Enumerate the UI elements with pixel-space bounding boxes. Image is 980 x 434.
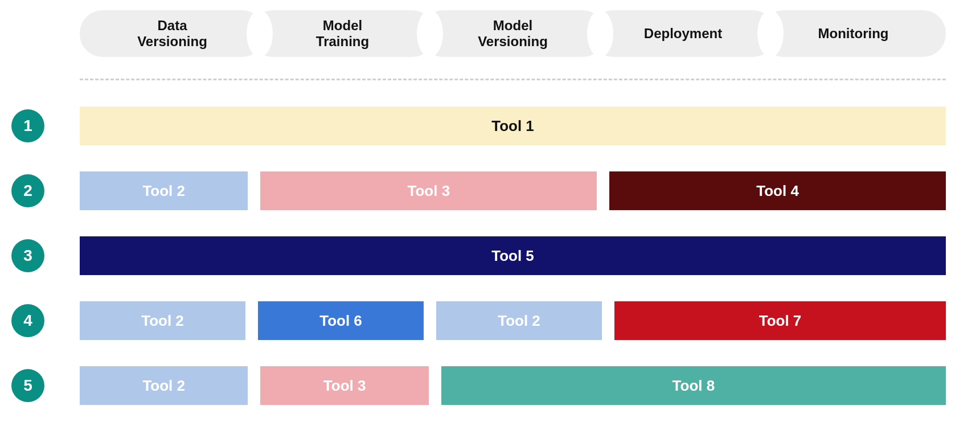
tool-row-2: 2 Tool 2 Tool 3 Tool 4 [11, 171, 946, 210]
stage-label: DataVersioning [120, 18, 224, 49]
stage-label: ModelVersioning [461, 18, 565, 49]
row-badge: 2 [11, 174, 44, 207]
cell-tool2: Tool 2 [436, 301, 602, 340]
stage-label: Monitoring [801, 26, 906, 42]
cell-tool2: Tool 2 [80, 171, 248, 210]
stage-model-training: ModelTraining [250, 10, 435, 57]
row-cells: Tool 5 [80, 236, 946, 275]
cell-tool3: Tool 3 [260, 171, 597, 210]
tool-row-4: 4 Tool 2 Tool 6 Tool 2 Tool 7 [11, 301, 946, 340]
cell-tool7: Tool 7 [614, 301, 946, 340]
stage-monitoring: Monitoring [761, 10, 946, 57]
stage-label: Deployment [627, 26, 739, 42]
row-badge: 3 [11, 239, 44, 272]
tool-row-1: 1 Tool 1 [11, 107, 946, 145]
cell-tool5: Tool 5 [80, 236, 946, 275]
divider-line [80, 79, 946, 80]
cell-tool1: Tool 1 [80, 107, 946, 145]
row-cells: Tool 2 Tool 6 Tool 2 Tool 7 [80, 301, 946, 340]
diagram-root: DataVersioning ModelTraining ModelVersio… [0, 0, 980, 434]
stage-deployment: Deployment [591, 10, 776, 57]
stage-model-versioning: ModelVersioning [420, 10, 605, 57]
row-badge: 4 [11, 304, 44, 337]
row-badge: 5 [11, 369, 44, 402]
row-badge: 1 [11, 109, 44, 142]
cell-tool8: Tool 8 [441, 366, 946, 405]
cell-tool2: Tool 2 [80, 301, 245, 340]
stage-data-versioning: DataVersioning [80, 10, 265, 57]
cell-tool2: Tool 2 [80, 366, 248, 405]
cell-tool3: Tool 3 [260, 366, 428, 405]
row-cells: Tool 2 Tool 3 Tool 8 [80, 366, 946, 405]
row-cells: Tool 1 [80, 107, 946, 145]
tool-row-5: 5 Tool 2 Tool 3 Tool 8 [11, 366, 946, 405]
cell-tool6: Tool 6 [258, 301, 424, 340]
tool-row-3: 3 Tool 5 [11, 236, 946, 275]
row-cells: Tool 2 Tool 3 Tool 4 [80, 171, 946, 210]
stage-label: ModelTraining [299, 18, 386, 49]
stage-header: DataVersioning ModelTraining ModelVersio… [80, 10, 946, 57]
cell-tool4: Tool 4 [609, 171, 946, 210]
